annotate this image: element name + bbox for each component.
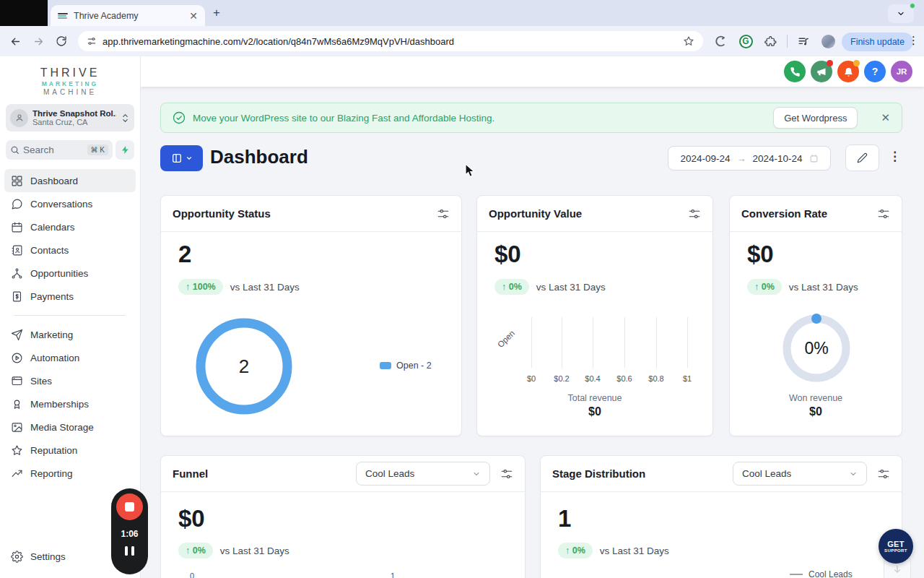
support-line-1: GET — [887, 540, 905, 548]
metric-value: $0 — [178, 505, 205, 532]
delta-row: ↑ 0% vs Last 31 Days — [558, 543, 669, 558]
legend-swatch — [380, 362, 391, 369]
sidebar-item-contacts[interactable]: Contacts — [4, 238, 136, 262]
conversion-rate-card: Conversion Rate $0 ↑ 0% vs Last 31 Days … — [729, 195, 902, 436]
page-title: Dashboard — [210, 146, 308, 168]
sidebar-item-opportunities[interactable]: Opportunities — [4, 262, 136, 285]
opportunity-value-card: Opportunity Value $0 ↑ 0% vs Last 31 Day… — [476, 195, 713, 436]
delta-badge: ↑ 0% — [747, 279, 782, 295]
quick-actions-button[interactable] — [116, 140, 134, 160]
donut-center-label: 2 — [193, 316, 295, 417]
sidebar-item-media-storage[interactable]: Media Storage — [4, 415, 136, 439]
announcements-button[interactable] — [811, 61, 832, 82]
filter-sliders-icon[interactable] — [877, 207, 890, 220]
sidebar-item-conversations[interactable]: Conversations — [4, 192, 136, 215]
location-avatar — [10, 109, 28, 127]
phone-button[interactable] — [784, 61, 806, 82]
notification-dot — [827, 60, 833, 66]
grid-icon — [11, 175, 23, 187]
search-input[interactable]: Search ⌘ K — [6, 140, 113, 160]
location-switcher[interactable]: Thrive Snapshot Rol... Santa Cruz, CA — [6, 104, 134, 131]
grammarly-extension-icon[interactable]: G — [738, 33, 754, 49]
edit-dashboard-button[interactable] — [845, 144, 879, 171]
metric-value: $0 — [494, 241, 521, 268]
vs-label: vs Last 31 Days — [600, 545, 669, 556]
sidebar-item-dashboard[interactable]: Dashboard — [4, 169, 136, 192]
sidebar-item-sites[interactable]: Sites — [4, 369, 136, 392]
chart-footer-label: Total revenue — [477, 393, 712, 403]
recorder-pause-button[interactable] — [125, 546, 134, 556]
media-controls-icon[interactable] — [796, 33, 811, 49]
chevron-down-icon — [897, 9, 905, 18]
dashboard-switcher-button[interactable] — [160, 145, 203, 171]
arrow-right-icon: → — [737, 153, 746, 164]
browser-tab-strip: Thrive Academy ✕ + — [0, 0, 924, 26]
tab-favicon — [58, 11, 68, 21]
sidebar-item-reporting[interactable]: Reporting — [4, 462, 136, 485]
brand-logo: THRIVE MARKETING MACHINE — [0, 56, 140, 97]
finish-update-button[interactable]: Finish update — [842, 33, 913, 51]
browser-menu-icon[interactable]: ⋮ — [908, 34, 919, 47]
tab-close-icon[interactable]: ✕ — [189, 11, 198, 21]
gear-icon — [11, 551, 23, 563]
chart-footer-label: Won revenue — [730, 393, 902, 403]
card-header: Stage Distribution Cool Leads — [541, 456, 902, 492]
chart-footer-value: $0 — [477, 405, 712, 418]
reporting-icon — [11, 467, 23, 480]
card-title: Stage Distribution — [552, 467, 645, 480]
sidebar-item-automation[interactable]: Automation — [4, 346, 136, 369]
filter-sliders-icon[interactable] — [688, 207, 701, 220]
support-line-2: SUPPORT — [884, 548, 907, 553]
automation-icon — [11, 352, 23, 364]
bookmark-star-icon[interactable] — [683, 35, 694, 47]
page-menu-icon[interactable]: ⋮ — [889, 149, 899, 164]
pipeline-select[interactable]: Cool Leads — [356, 462, 490, 486]
date-range-picker[interactable]: 2024-09-24 → 2024-10-24 — [668, 146, 831, 171]
extensions-puzzle-icon[interactable] — [762, 33, 778, 49]
megaphone-icon — [816, 66, 827, 77]
card-title: Opportunity Value — [489, 207, 582, 220]
user-avatar[interactable]: JR — [891, 61, 912, 82]
location-name: Thrive Snapshot Rol... — [32, 109, 116, 118]
sidebar-item-calendars[interactable]: Calendars — [4, 215, 136, 238]
select-value: Cool Leads — [365, 468, 466, 479]
sidebar-item-label: Contacts — [30, 245, 69, 256]
reload-button[interactable] — [53, 33, 69, 49]
url-bar[interactable]: app.thrivemarketingmachine.com/v2/locati… — [78, 31, 703, 51]
get-support-button[interactable]: GET SUPPORT — [879, 529, 913, 564]
card-header: Conversion Rate — [730, 196, 902, 232]
toolbar-divider — [787, 35, 788, 48]
sidebar-item-marketing[interactable]: Marketing — [4, 323, 136, 346]
sidebar-item-reputation[interactable]: Reputation — [4, 439, 136, 462]
notifications-button[interactable] — [837, 61, 859, 82]
sidebar-item-memberships[interactable]: Memberships — [4, 392, 136, 415]
sidebar-item-label: Opportunities — [30, 268, 88, 279]
chart-legend-item[interactable]: Cool Leads — [790, 569, 853, 578]
help-button[interactable]: ? — [864, 61, 886, 82]
metric-value: $0 — [747, 241, 774, 268]
banner-close-icon[interactable]: ✕ — [881, 111, 890, 124]
nav-divider — [14, 315, 126, 316]
browser-tab[interactable]: Thrive Academy ✕ — [51, 5, 205, 26]
site-settings-icon[interactable] — [87, 36, 97, 46]
new-tab-button[interactable]: + — [209, 6, 224, 20]
pipeline-select[interactable]: Cool Leads — [733, 462, 867, 486]
filter-sliders-icon[interactable] — [437, 207, 450, 220]
media-icon — [11, 421, 23, 434]
back-button[interactable] — [7, 33, 23, 49]
stop-icon — [125, 502, 134, 512]
mouse-cursor — [465, 163, 476, 181]
loom-extension-icon[interactable] — [713, 33, 729, 49]
browser-avatar[interactable] — [820, 33, 836, 49]
filter-sliders-icon[interactable] — [500, 467, 513, 480]
chart-legend-item[interactable]: Open - 2 — [380, 361, 432, 371]
search-icon — [10, 145, 19, 155]
funnel-card: Funnel Cool Leads $0 ↑ 0% vs Last 31 Day… — [160, 455, 526, 578]
marketing-icon — [11, 329, 23, 341]
sidebar-item-payments[interactable]: Payments — [4, 285, 136, 308]
filter-sliders-icon[interactable] — [877, 467, 890, 480]
get-wordpress-button[interactable]: Get Wordpress — [773, 107, 858, 129]
bar-chart-gridlines — [477, 317, 712, 368]
recorder-stop-button[interactable] — [116, 493, 143, 520]
forward-button[interactable] — [30, 33, 46, 49]
